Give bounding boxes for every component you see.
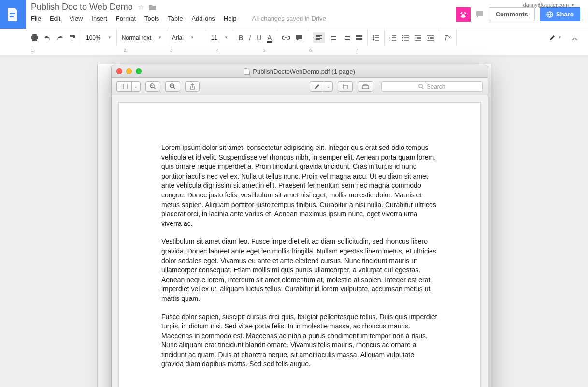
- sidebar-dropdown-icon[interactable]: ⌄: [131, 81, 141, 92]
- paint-format-icon[interactable]: [69, 34, 76, 41]
- star-icon[interactable]: ☆: [138, 3, 144, 12]
- align-center-icon[interactable]: [330, 35, 337, 40]
- ruler[interactable]: 1 2 3 4 5 6 7: [0, 46, 588, 55]
- link-icon[interactable]: [282, 35, 290, 40]
- menu-format[interactable]: Format: [116, 15, 136, 22]
- svg-point-7: [402, 35, 403, 36]
- folder-icon[interactable]: [149, 4, 157, 10]
- pdf-paragraph: Fusce dolor sapien, suscipit cursus orci…: [161, 313, 438, 370]
- svg-point-8: [402, 37, 403, 38]
- highlight-icon[interactable]: [310, 81, 324, 92]
- svg-line-16: [173, 87, 175, 89]
- bullet-list-icon[interactable]: [402, 35, 409, 41]
- preview-title: PublishDoctoWebDemo.pdf (1 page): [253, 68, 355, 75]
- globe-icon: [546, 11, 553, 18]
- docs-header: Publish Doc to Web Demo ☆ File Edit View…: [0, 0, 588, 29]
- rotate-icon[interactable]: [338, 81, 353, 92]
- svg-line-13: [154, 87, 156, 89]
- doc-title[interactable]: Publish Doc to Web Demo: [31, 2, 133, 12]
- undo-icon[interactable]: [44, 35, 51, 41]
- redo-icon[interactable]: [57, 35, 63, 41]
- preview-titlebar[interactable]: PublishDoctoWebDemo.pdf (1 page): [112, 65, 488, 78]
- menu-addons[interactable]: Add-ons: [191, 15, 215, 22]
- preview-search[interactable]: Search: [381, 81, 483, 92]
- text-color-icon[interactable]: A: [267, 34, 272, 42]
- preview-page[interactable]: Lorem ipsum dolor sit amet, consectetur …: [118, 102, 481, 387]
- highlight-dropdown-icon[interactable]: ⌄: [324, 81, 333, 92]
- align-right-icon[interactable]: [343, 35, 350, 40]
- svg-rect-0: [10, 13, 15, 14]
- app-avatar-icon[interactable]: [456, 7, 471, 22]
- share-button[interactable]: Share: [540, 7, 580, 21]
- align-left-icon[interactable]: [313, 32, 325, 43]
- pdf-paragraph: Lorem ipsum dolor sit amet, consectetur …: [161, 143, 438, 228]
- docs-toolbar: 100%▼ Normal text▼ Arial▼ 11▼ B I U A 12…: [0, 29, 588, 46]
- menu-view[interactable]: View: [69, 15, 83, 22]
- comment-icon[interactable]: [296, 34, 303, 41]
- comments-button[interactable]: Comments: [489, 7, 535, 21]
- svg-rect-19: [344, 85, 347, 89]
- indent-icon[interactable]: [427, 35, 434, 41]
- menu-edit[interactable]: Edit: [50, 15, 60, 22]
- menubar: File Edit View Insert Format Tools Table…: [31, 12, 326, 22]
- chat-icon[interactable]: [475, 10, 484, 19]
- menu-file[interactable]: File: [31, 15, 41, 22]
- preview-toolbar: ⌄ ⌄ Search: [112, 78, 488, 95]
- menu-insert[interactable]: Insert: [91, 15, 107, 22]
- search-icon: [418, 84, 424, 89]
- align-justify-icon[interactable]: [356, 35, 362, 40]
- italic-icon[interactable]: I: [249, 34, 251, 42]
- svg-line-21: [422, 88, 424, 89]
- collapse-toolbar-icon[interactable]: ︽: [572, 33, 578, 42]
- sidebar-view-icon[interactable]: [116, 81, 131, 92]
- docs-logo[interactable]: [0, 0, 26, 29]
- zoom-in-icon[interactable]: [165, 81, 180, 92]
- svg-rect-10: [121, 84, 128, 89]
- preview-body[interactable]: Lorem ipsum dolor sit amet, consectetur …: [112, 95, 488, 387]
- close-icon[interactable]: [116, 68, 122, 74]
- editing-mode-icon[interactable]: ▼: [549, 35, 562, 41]
- zoom-window-icon[interactable]: [136, 68, 142, 74]
- svg-text:3: 3: [389, 39, 391, 41]
- fontsize-select[interactable]: 11▼: [211, 34, 228, 41]
- clear-format-icon[interactable]: T✕: [444, 34, 452, 42]
- pdf-file-icon: [244, 68, 250, 75]
- outdent-icon[interactable]: [415, 35, 421, 41]
- share-sheet-icon[interactable]: [185, 81, 200, 92]
- menu-help[interactable]: Help: [224, 15, 237, 22]
- minimize-icon[interactable]: [126, 68, 132, 74]
- save-status: All changes saved in Drive: [252, 15, 326, 22]
- svg-point-20: [419, 84, 422, 88]
- preview-window[interactable]: PublishDoctoWebDemo.pdf (1 page) ⌄ ⌄ Sea…: [111, 65, 488, 387]
- zoom-select[interactable]: 100%▼: [86, 34, 112, 41]
- numbered-list-icon[interactable]: 123: [389, 35, 396, 41]
- font-select[interactable]: Arial▼: [172, 34, 201, 41]
- svg-point-9: [402, 39, 403, 40]
- menu-table[interactable]: Table: [168, 15, 183, 22]
- bold-icon[interactable]: B: [238, 34, 243, 42]
- menu-tools[interactable]: Tools: [144, 15, 159, 22]
- print-icon[interactable]: [31, 34, 38, 41]
- markup-toolbar-icon[interactable]: [358, 81, 373, 92]
- account-label[interactable]: danny@zapier.com▼: [523, 2, 574, 8]
- underline-icon[interactable]: U: [257, 34, 261, 42]
- line-spacing-icon[interactable]: [373, 34, 379, 41]
- zoom-out-icon[interactable]: [145, 81, 160, 92]
- svg-rect-1: [10, 15, 15, 15]
- pdf-paragraph: Vestibulum sit amet diam leo. Fusce impe…: [161, 237, 438, 303]
- svg-rect-2: [10, 16, 14, 17]
- style-select[interactable]: Normal text▼: [122, 34, 162, 41]
